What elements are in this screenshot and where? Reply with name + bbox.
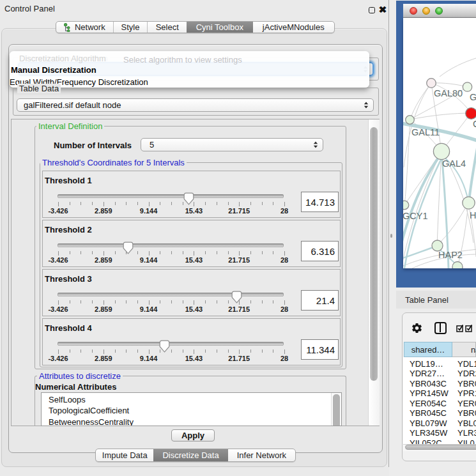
svg-text:GAL3: GAL3 <box>470 92 476 102</box>
svg-text:HAP4: HAP4 <box>470 210 476 220</box>
svg-text:HAP2: HAP2 <box>438 250 463 260</box>
svg-text:GCY1: GCY1 <box>403 211 428 221</box>
svg-text:CRH1: CRH1 <box>473 119 476 129</box>
svg-text:GAL11: GAL11 <box>411 127 440 137</box>
svg-text:GAL4: GAL4 <box>442 158 466 169</box>
svg-text:GAL80: GAL80 <box>434 88 463 98</box>
